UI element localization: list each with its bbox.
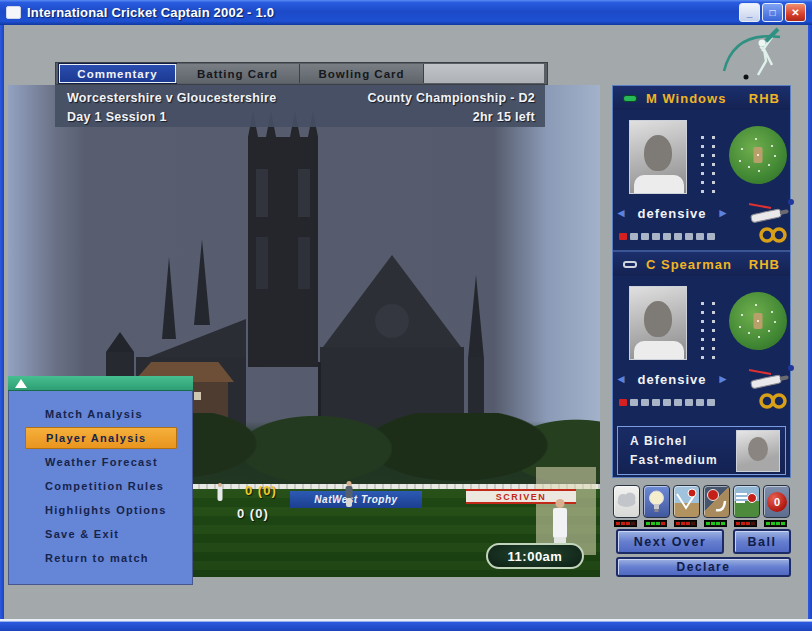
ball-age-count: 0 <box>774 496 780 508</box>
tab-commentary[interactable]: Commentary <box>59 64 176 83</box>
game-menu: Match Analysis Player Analysis Weather F… <box>8 376 193 585</box>
fixture-title: Worcestershire v Gloucestershire <box>67 91 276 105</box>
bowler-type: Fast-medium <box>630 453 718 467</box>
outfield-speed-icon[interactable] <box>733 485 760 518</box>
condition-meter <box>674 520 697 527</box>
pitch-bounce-icon[interactable] <box>673 485 700 518</box>
cloud-weather-icon[interactable] <box>613 485 640 518</box>
tab-bowling-card[interactable]: Bowling Card <box>300 64 424 83</box>
batsmen-panel: M Windows RHB ◄ defensive ► <box>612 85 791 478</box>
condition-meter <box>644 520 667 527</box>
window-titlebar: International Cricket Captain 2002 - 1.0… <box>0 0 812 25</box>
batsman-swoosh-icon <box>718 27 798 85</box>
menu-item-save-exit[interactable]: Save & Exit <box>9 523 192 545</box>
aggression-meter <box>619 226 718 234</box>
menu-item-match-analysis[interactable]: Match Analysis <box>9 403 192 425</box>
bat-icon <box>745 196 795 228</box>
fielder-mid <box>216 483 224 503</box>
batsman-1-header: M Windows RHB <box>613 86 790 110</box>
aggression-decrease-arrow[interactable]: ◄ <box>613 206 629 220</box>
aggression-increase-arrow[interactable]: ► <box>715 206 731 220</box>
form-dots-meter <box>697 133 718 193</box>
linked-rings-icon <box>757 392 789 414</box>
window-border-bottom <box>0 619 812 631</box>
ball-age-icon[interactable]: 0 <box>763 485 790 518</box>
batsman-1-photo <box>629 120 687 194</box>
menu-body: Match Analysis Player Analysis Weather F… <box>8 391 193 585</box>
window-border-left <box>0 25 4 631</box>
linked-rings-icon <box>757 226 789 248</box>
aggression-decrease-arrow[interactable]: ◄ <box>613 372 629 386</box>
batsman-2-aggression: defensive <box>629 372 715 387</box>
menu-header-bar[interactable] <box>8 376 193 391</box>
condition-meter <box>734 520 757 527</box>
umpire <box>344 481 354 507</box>
batsman-2-name: C Spearman <box>646 257 732 272</box>
field-setting-circle[interactable] <box>729 292 787 350</box>
menu-item-competition-rules[interactable]: Competition Rules <box>9 475 192 497</box>
aggression-meter <box>619 392 718 400</box>
competition-label: County Championship - D2 <box>367 91 535 105</box>
non-striker-score: 0 (0) <box>237 506 269 521</box>
batsman-card-2: C Spearman RHB ◄ defensive ► <box>613 250 790 413</box>
condition-meter <box>764 520 787 527</box>
light-bulb-icon[interactable] <box>643 485 670 518</box>
match-clock: 11:00am <box>486 543 584 569</box>
menu-item-weather-forecast[interactable]: Weather Forecast <box>9 451 192 473</box>
declare-button[interactable]: Declare <box>616 557 791 577</box>
window-border-right <box>808 25 812 631</box>
menu-item-highlights-options[interactable]: Highlights Options <box>9 499 192 521</box>
tab-batting-card[interactable]: Batting Card <box>176 64 300 83</box>
bowler-name: A Bichel <box>630 434 687 448</box>
bowler-info-box: A Bichel Fast-medium <box>617 426 786 475</box>
time-left-label: 2hr 15 left <box>473 110 535 124</box>
cricket-batsman-logo <box>718 27 798 85</box>
session-label: Day 1 Session 1 <box>67 110 167 124</box>
next-over-button[interactable]: Next Over <box>616 529 724 554</box>
window-title: International Cricket Captain 2002 - 1.0 <box>27 5 274 20</box>
menu-item-return-to-match[interactable]: Return to match <box>9 547 192 569</box>
app-icon <box>6 6 21 19</box>
aggression-increase-arrow[interactable]: ► <box>715 372 731 386</box>
field-setting-circle[interactable] <box>729 126 787 184</box>
condition-meter <box>614 520 637 527</box>
match-header-overlay: Worcestershire v Gloucestershire County … <box>55 85 545 127</box>
minimize-button[interactable]: _ <box>739 3 760 22</box>
ball-button[interactable]: Ball <box>733 529 791 554</box>
batsman-2-photo <box>629 286 687 360</box>
app-window: International Cricket Captain 2002 - 1.0… <box>0 0 812 631</box>
batsman-1-name: M Windows <box>646 91 726 106</box>
on-strike-indicator-icon <box>623 95 637 102</box>
batsman-card-1: M Windows RHB ◄ defensive ► <box>613 86 790 249</box>
batsman-1-aggression: defensive <box>629 206 715 221</box>
form-dots-meter <box>697 299 718 359</box>
ball-swing-icon[interactable] <box>703 485 730 518</box>
natwest-banner: NatWest Trophy <box>290 491 422 508</box>
non-striker-indicator-icon <box>623 261 637 268</box>
batsman-2-header: C Spearman RHB <box>613 252 790 276</box>
batsman-2-hand: RHB <box>749 257 780 272</box>
bat-icon <box>745 362 795 394</box>
striker-score: 0 (0) <box>245 483 277 498</box>
condition-meter <box>704 520 727 527</box>
batsman-1-hand: RHB <box>749 91 780 106</box>
bowler-photo <box>736 430 780 472</box>
tab-bar-filler <box>424 64 544 83</box>
maximize-button[interactable]: □ <box>762 3 783 22</box>
close-button[interactable]: ✕ <box>785 3 806 22</box>
collapse-triangle-icon <box>15 379 27 388</box>
tab-bar: Commentary Batting Card Bowling Card <box>55 62 548 85</box>
menu-item-player-analysis[interactable]: Player Analysis <box>25 427 177 449</box>
